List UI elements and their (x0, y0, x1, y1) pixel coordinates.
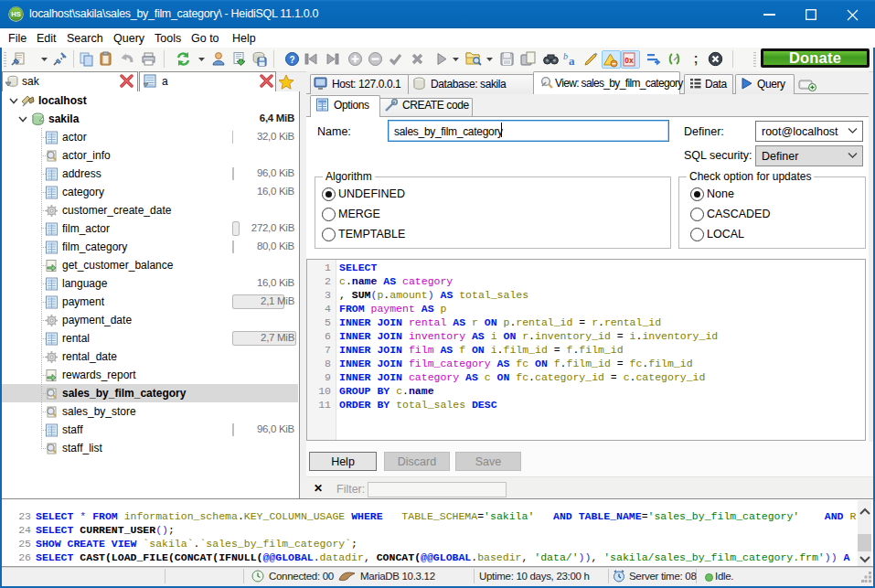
svg-text:a: a (569, 54, 575, 67)
svg-text:HS: HS (11, 10, 20, 18)
svg-text:b: b (563, 51, 568, 61)
svg-text:?: ? (289, 55, 294, 65)
svg-text:;: ; (694, 51, 699, 66)
svg-text:0x: 0x (624, 56, 634, 65)
